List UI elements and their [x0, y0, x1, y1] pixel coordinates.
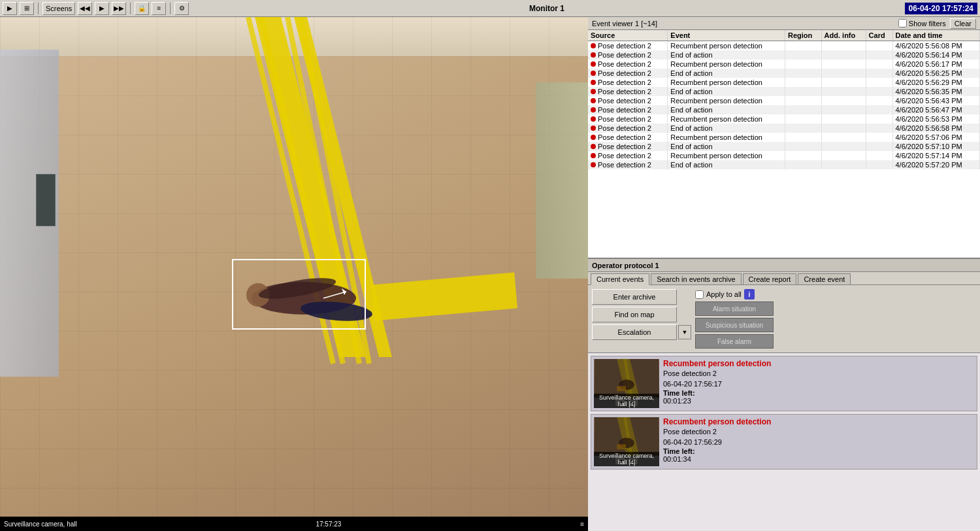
- escalation-row: Escalation ▼: [592, 324, 691, 340]
- cell-datetime: 4/6/2020 5:57:10 PM: [892, 142, 980, 151]
- tab-create-event[interactable]: Create event: [798, 273, 851, 284]
- alarm-camera-label: Surveillance camera, hall [4]: [594, 452, 659, 466]
- camera-status-bar: Surveillance camera, hall 17:57:23 ≡: [0, 517, 588, 531]
- alarm-title: Recumbent person detection: [663, 359, 974, 368]
- cell-datetime: 4/6/2020 5:56:35 PM: [892, 87, 980, 96]
- alarm-timeleft-value: 00:01:34: [663, 455, 691, 463]
- table-row[interactable]: Pose detection 2 Recumbent person detect…: [588, 78, 980, 87]
- table-row[interactable]: Pose detection 2 Recumbent person detect…: [588, 114, 980, 124]
- table-row[interactable]: Pose detection 2 Recumbent person detect…: [588, 151, 980, 160]
- false-alarm-button[interactable]: False alarm: [695, 334, 774, 349]
- cell-source: Pose detection 2: [588, 133, 668, 142]
- cell-card: [866, 87, 892, 96]
- cell-datetime: 4/6/2020 5:56:47 PM: [892, 105, 980, 114]
- col-addinfo: Add. info: [821, 30, 866, 41]
- op-content: Enter archive Find on map Escalation ▼ A…: [588, 285, 980, 352]
- cell-source: Pose detection 2: [588, 96, 668, 105]
- op-tabs: Current events Search in events archive …: [588, 272, 980, 285]
- cell-region: [785, 96, 822, 105]
- screens-label: Screens: [42, 2, 75, 15]
- alarm-thumbnail: Surveillance camera, hall [4] ◀ ▶: [594, 359, 659, 408]
- cell-datetime: 4/6/2020 5:57:20 PM: [892, 160, 980, 169]
- table-row[interactable]: Pose detection 2 End of action 4/6/2020 …: [588, 160, 980, 169]
- show-filters-checkbox[interactable]: [898, 19, 907, 27]
- settings-button[interactable]: ⚙: [174, 2, 189, 15]
- apply-to-all-checkbox[interactable]: [695, 290, 704, 299]
- cell-datetime: 4/6/2020 5:57:06 PM: [892, 133, 980, 142]
- cell-source: Pose detection 2: [588, 124, 668, 133]
- cell-card: [866, 78, 892, 87]
- table-row[interactable]: Pose detection 2 End of action 4/6/2020 …: [588, 69, 980, 78]
- separator-3: [170, 3, 171, 14]
- table-row[interactable]: Pose detection 2 End of action 4/6/2020 …: [588, 124, 980, 133]
- list-button[interactable]: ≡: [152, 2, 166, 15]
- tab-search-archive[interactable]: Search in events archive: [651, 273, 741, 284]
- escalation-button[interactable]: Escalation: [592, 324, 677, 340]
- alarm-cards-list: Surveillance camera, hall [4] ◀ ▶ Recumb…: [588, 353, 980, 531]
- fast-forward-button[interactable]: ▶▶: [112, 2, 126, 15]
- camera-time: 17:57:23: [316, 521, 341, 528]
- cell-addinfo: [821, 50, 866, 60]
- separator-1: [38, 3, 39, 14]
- cell-card: [866, 151, 892, 160]
- prev-button[interactable]: ◀◀: [78, 2, 92, 15]
- table-row[interactable]: Pose detection 2 Recumbent person detect…: [588, 41, 980, 51]
- camera-label: Surveillance camera, hall: [4, 521, 77, 528]
- next-button[interactable]: ▶: [95, 2, 109, 15]
- find-on-map-button[interactable]: Find on map: [592, 307, 677, 322]
- escalation-dropdown[interactable]: ▼: [678, 325, 691, 339]
- alarm-info: Recumbent person detection Pose detectio…: [663, 359, 974, 408]
- table-row[interactable]: Pose detection 2 Recumbent person detect…: [588, 133, 980, 142]
- cell-event: Recumbent person detection: [668, 41, 785, 51]
- table-row[interactable]: Pose detection 2 Recumbent person detect…: [588, 60, 980, 69]
- alarm-source: Pose detection 2: [663, 369, 974, 377]
- table-row[interactable]: Pose detection 2 End of action 4/6/2020 …: [588, 142, 980, 151]
- alarm-timeleft: Time left: 00:01:34: [663, 447, 974, 463]
- cell-event: Recumbent person detection: [668, 114, 785, 124]
- clear-button[interactable]: Clear: [950, 18, 976, 29]
- grid-button[interactable]: ⊞: [20, 2, 34, 15]
- lock-button[interactable]: 🔒: [135, 2, 149, 15]
- cell-region: [785, 105, 822, 114]
- table-row[interactable]: Pose detection 2 End of action 4/6/2020 …: [588, 50, 980, 60]
- cell-addinfo: [821, 114, 866, 124]
- cell-addinfo: [821, 105, 866, 114]
- cell-card: [866, 124, 892, 133]
- table-header-row: Source Event Region Add. info Card Date …: [588, 30, 980, 41]
- col-datetime: Date and time: [892, 30, 980, 41]
- cell-datetime: 4/6/2020 5:56:14 PM: [892, 50, 980, 60]
- cell-region: [785, 78, 822, 87]
- event-viewer: Event viewer 1 [~14] Show filters Clear …: [588, 17, 980, 259]
- info-icon[interactable]: i: [744, 289, 755, 300]
- alarm-timeleft: Time left: 00:01:23: [663, 389, 974, 405]
- alarm-situation-button[interactable]: Alarm situation: [695, 301, 774, 316]
- alarm-source: Pose detection 2: [663, 428, 974, 436]
- cell-region: [785, 151, 822, 160]
- cell-source: Pose detection 2: [588, 151, 668, 160]
- cell-region: [785, 60, 822, 69]
- cell-addinfo: [821, 151, 866, 160]
- alarm-datetime: 06-04-20 17:56:29: [663, 438, 974, 446]
- camera-menu-icon[interactable]: ≡: [580, 521, 584, 528]
- table-row[interactable]: Pose detection 2 End of action 4/6/2020 …: [588, 87, 980, 96]
- cell-addinfo: [821, 78, 866, 87]
- table-row[interactable]: Pose detection 2 Recumbent person detect…: [588, 96, 980, 105]
- cell-source: Pose detection 2: [588, 50, 668, 60]
- main-content: Surveillance camera, hall 17:57:23 ≡ Eve…: [0, 17, 980, 531]
- event-table-body: Pose detection 2 Recumbent person detect…: [588, 41, 980, 170]
- start-button[interactable]: ▶: [3, 2, 17, 15]
- cell-source: Pose detection 2: [588, 41, 668, 51]
- cell-event: End of action: [668, 142, 785, 151]
- cell-event: End of action: [668, 160, 785, 169]
- cell-event: Recumbent person detection: [668, 60, 785, 69]
- suspicious-situation-button[interactable]: Suspicious situation: [695, 318, 774, 332]
- cell-source: Pose detection 2: [588, 60, 668, 69]
- cell-card: [866, 160, 892, 169]
- tab-current-events[interactable]: Current events: [591, 273, 649, 285]
- show-filters-label[interactable]: Show filters: [898, 19, 946, 27]
- tab-create-report[interactable]: Create report: [743, 273, 797, 284]
- enter-archive-button[interactable]: Enter archive: [592, 289, 677, 305]
- table-row[interactable]: Pose detection 2 End of action 4/6/2020 …: [588, 105, 980, 114]
- operator-protocol: Operator protocol 1 Current events Searc…: [588, 259, 980, 353]
- cell-source: Pose detection 2: [588, 78, 668, 87]
